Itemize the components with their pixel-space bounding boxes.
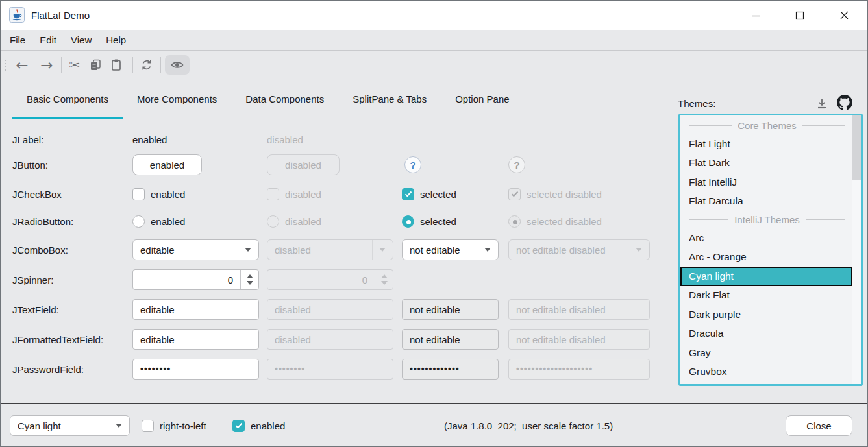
combobox-value: disabled: [275, 245, 311, 256]
checkbox-label: right-to-left: [160, 420, 206, 431]
jbutton-enabled-button[interactable]: enabled: [132, 154, 202, 175]
spinner-down-icon[interactable]: [247, 281, 253, 285]
theme-item-flat-dark[interactable]: Flat Dark: [680, 154, 852, 173]
formattedtextfield-editable[interactable]: editable: [132, 329, 259, 350]
flatlaf-demo-window: FlatLaf Demo FileEditViewHelp ← → ✂: [0, 0, 868, 447]
menu-file[interactable]: File: [3, 30, 32, 50]
jcheckbox-row-label: JCheckBox: [12, 187, 62, 200]
menu-bar: FileEditViewHelp: [1, 30, 867, 51]
maximize-button[interactable]: [778, 1, 822, 30]
theme-item-gray[interactable]: Gray: [680, 343, 852, 363]
checkbox-label: enabled: [251, 420, 285, 431]
tab-data-components[interactable]: Data Components: [231, 79, 338, 119]
combobox-value: not editable disabled: [516, 245, 606, 256]
menu-view[interactable]: View: [64, 30, 99, 50]
jcombobox-row-label: JComboBox:: [12, 243, 68, 256]
combobox-disabled: disabled: [267, 239, 393, 260]
checkbox-selected-disabled: selected disabled: [508, 187, 602, 200]
themes-list: Core ThemesFlat LightFlat DarkFlat Intel…: [678, 114, 863, 386]
spinner-buttons[interactable]: [240, 270, 258, 289]
toolbar-separator: [61, 57, 62, 73]
jbutton-row-label: JButton:: [12, 158, 48, 171]
combobox-editable[interactable]: editable: [132, 239, 259, 260]
spinner-up-icon[interactable]: [247, 274, 253, 278]
combobox-value: editable: [140, 245, 175, 256]
radio-selected[interactable]: selected: [402, 215, 456, 228]
formattedtextfield-not-editable: not editable: [402, 329, 499, 350]
theme-item-flat-light[interactable]: Flat Light: [680, 134, 852, 154]
java-app-icon: [9, 7, 25, 23]
checkbox-label: enabled: [151, 189, 185, 200]
passwordfield-not-editable: •••••••••••••: [402, 359, 499, 380]
theme-item-flat-darcula[interactable]: Flat Darcula: [680, 192, 852, 211]
jradiobutton-row-label: JRadioButton:: [12, 215, 73, 228]
window-title: FlatLaf Demo: [31, 1, 90, 30]
textfield-not-editable-disabled: not editable disabled: [508, 299, 650, 320]
theme-item-dark-flat[interactable]: Dark Flat: [680, 286, 852, 306]
radio-label: selected: [420, 216, 456, 227]
themes-scrollbar-track[interactable]: [852, 115, 861, 384]
theme-item-arc-orange[interactable]: Arc - Orange: [680, 248, 852, 267]
combobox-value: Cyan light: [18, 420, 61, 431]
forward-icon[interactable]: →: [38, 51, 55, 79]
menu-help[interactable]: Help: [99, 30, 133, 50]
chevron-down-icon: [379, 248, 386, 252]
checkbox-selected[interactable]: selected: [402, 187, 456, 200]
tab-basic-components[interactable]: Basic Components: [12, 79, 123, 119]
spinner-enabled[interactable]: 0: [132, 269, 259, 290]
themes-scrollbar-thumb[interactable]: [852, 115, 861, 180]
back-icon[interactable]: ←: [14, 51, 31, 79]
spinner-up-icon: [381, 274, 388, 278]
toolbar: ← → ✂: [1, 51, 867, 79]
jtextfield-row-label: JTextField:: [12, 303, 59, 316]
refresh-icon[interactable]: [138, 51, 155, 79]
theme-item-dracula[interactable]: Dracula: [680, 324, 852, 344]
theme-item-cyan-light[interactable]: Cyan light: [680, 267, 852, 286]
jlabel-disabled: disabled: [267, 133, 303, 146]
github-icon[interactable]: [836, 93, 854, 112]
tab-splitpane-tabs[interactable]: SplitPane & Tabs: [338, 79, 441, 119]
show-icon[interactable]: [165, 55, 190, 75]
tab-more-components[interactable]: More Components: [123, 79, 231, 119]
spinner-value: 0: [133, 270, 233, 289]
right-to-left-checkbox[interactable]: right-to-left: [142, 419, 206, 432]
combobox-value: not editable: [410, 245, 460, 256]
minimize-button[interactable]: [734, 1, 778, 30]
checkbox-disabled: disabled: [267, 187, 321, 200]
theme-item-gruvbox[interactable]: Gruvbox: [680, 363, 852, 382]
spinner-disabled: 0: [267, 269, 393, 290]
theme-item-dark-purple[interactable]: Dark purple: [680, 305, 852, 324]
close-button[interactable]: Close: [786, 415, 852, 436]
status-text: (Java 1.8.0_202; user scale factor 1.5): [444, 419, 613, 432]
formattedtextfield-not-editable-disabled: not editable disabled: [508, 329, 650, 350]
chevron-down-icon: [116, 424, 122, 428]
theme-select-combobox[interactable]: Cyan light: [10, 415, 130, 436]
combobox-not-editable[interactable]: not editable: [402, 239, 499, 260]
textfield-editable[interactable]: editable: [132, 299, 259, 320]
theme-item-flat-intellij[interactable]: Flat IntelliJ: [680, 173, 852, 192]
copy-icon[interactable]: [87, 51, 104, 79]
spinner-buttons: [375, 270, 393, 289]
checkbox-label: selected disabled: [527, 189, 602, 200]
chevron-down-icon: [636, 248, 642, 252]
passwordfield-not-editable-disabled: ••••••••••••••••••••: [508, 359, 650, 380]
download-icon[interactable]: [813, 95, 830, 112]
passwordfield-editable[interactable]: ••••••••: [132, 359, 259, 380]
theme-item-arc[interactable]: Arc: [680, 228, 852, 248]
toolbar-grip[interactable]: [4, 51, 8, 79]
checkbox-enabled[interactable]: enabled: [132, 187, 185, 200]
radio-enabled[interactable]: enabled: [132, 215, 185, 228]
checkbox-icon: [132, 188, 145, 200]
close-window-button[interactable]: [822, 1, 866, 30]
tab-option-pane[interactable]: Option Pane: [441, 79, 523, 119]
title-bar: FlatLaf Demo: [1, 1, 867, 30]
jbutton-help-button[interactable]: ?: [404, 156, 421, 173]
toolbar-separator: [132, 57, 133, 73]
paste-icon[interactable]: [108, 51, 125, 79]
enabled-checkbox[interactable]: enabled: [232, 419, 285, 432]
menu-edit[interactable]: Edit: [32, 30, 64, 50]
cut-icon[interactable]: ✂: [66, 51, 83, 79]
radio-label: selected disabled: [527, 216, 602, 227]
radio-icon: [267, 215, 279, 228]
spinner-down-icon: [381, 281, 388, 285]
